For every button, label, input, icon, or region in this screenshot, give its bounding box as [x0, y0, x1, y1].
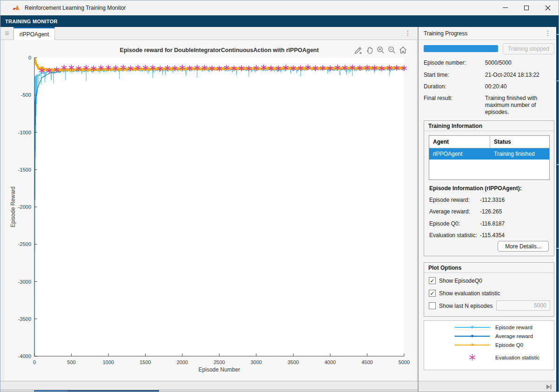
figure-region: 0500100015002000250030003500400045005000…	[0, 40, 418, 381]
svg-text:4500: 4500	[361, 359, 373, 365]
progressbar-fill	[424, 45, 498, 52]
svg-text:-1500: -1500	[18, 167, 31, 173]
zoom-out-icon[interactable]	[387, 46, 396, 54]
app-window: Reinforcement Learning Training Monitor …	[0, 0, 559, 392]
field-start-time: Start time: 21-Oct-2024 18:13:22	[424, 72, 449, 78]
legend-label: Episode reward	[495, 325, 532, 330]
last-n-episodes-input[interactable]: 5000	[496, 300, 550, 311]
legend-item-evaluation-statistic: Evaluation statistic	[455, 353, 539, 361]
checkbox-show-episodeq0[interactable]	[429, 277, 436, 284]
training-information-group: Training Information Agent Status rlPPOA…	[424, 120, 554, 256]
svg-text:500: 500	[67, 359, 75, 365]
figure-canvas: 0500100015002000250030003500400045005000…	[5, 40, 416, 381]
minimize-icon	[503, 7, 508, 8]
row-label: Episode reward:	[429, 197, 470, 203]
legend-label: Episode Q0	[495, 342, 523, 348]
svg-text:-2500: -2500	[18, 241, 31, 247]
more-details-button[interactable]: More Details...	[498, 241, 549, 252]
cell-status: Training finished	[490, 148, 549, 159]
svg-text:2000: 2000	[177, 359, 188, 365]
table-row[interactable]: rlPPOAgent Training finished	[429, 148, 549, 159]
panel-title: Training Progress	[419, 30, 467, 37]
svg-text:3500: 3500	[287, 359, 299, 365]
row-label: Episode Q0:	[429, 220, 460, 227]
panel-header: Training Progress ⋮	[419, 27, 557, 40]
field-value: Training finished with maximum number of…	[485, 95, 556, 116]
field-value: 21-Oct-2024 18:13:22	[485, 72, 556, 79]
pan-icon[interactable]	[365, 46, 374, 54]
ribbon-tab-training-monitor[interactable]: TRAINING MONITOR	[0, 19, 58, 24]
evaluation-statistic-row: Evaluation statistic: -115.4354	[429, 232, 477, 239]
tab-rlppoagent[interactable]: rlPPOAgent	[13, 27, 55, 40]
maximize-button[interactable]	[516, 0, 537, 15]
field-duration: Duration: 00:20:40	[424, 83, 446, 90]
checkbox-show-evaluation-statistic[interactable]	[429, 290, 436, 297]
agent-status-table: Agent Status rlPPOAgent Training finishe…	[429, 135, 550, 180]
checkbox-label: Show EpisodeQ0	[439, 278, 482, 284]
training-progressbar	[424, 45, 498, 52]
svg-text:4000: 4000	[325, 359, 336, 365]
svg-text:-2000: -2000	[18, 204, 31, 210]
horizontal-scrollbar[interactable]	[0, 381, 418, 390]
panel-menu-icon[interactable]: ⋮	[545, 30, 551, 36]
column-status: Status	[490, 136, 549, 148]
svg-text:-1000: -1000	[18, 130, 31, 135]
field-final-result: Final result: Training finished with max…	[424, 95, 453, 101]
row-label: Average reward:	[429, 208, 470, 215]
field-label: Final result:	[424, 95, 453, 101]
document-tabstrip: rlPPOAgent ⋮	[0, 27, 418, 40]
svg-text:Episode reward for DoubleInteg: Episode reward for DoubleIntegratorConti…	[120, 47, 319, 53]
zoom-in-icon[interactable]	[376, 46, 385, 54]
legend-label: Evaluation statistic	[495, 355, 539, 360]
svg-text:-500: -500	[21, 92, 31, 98]
field-value: 5000/5000	[485, 60, 556, 66]
field-value: 00:20:40	[485, 83, 556, 90]
background-window-sliver	[0, 390, 418, 392]
column-agent: Agent	[429, 136, 490, 148]
legend-line-sample	[455, 345, 490, 345]
right-dock-strip[interactable]	[556, 27, 559, 392]
close-button[interactable]	[537, 0, 559, 15]
svg-text:5000: 5000	[399, 359, 410, 365]
episode-info-title: Episode Information (rlPPOAgent):	[429, 185, 522, 192]
training-plot[interactable]: 0500100015002000250030003500400045005000…	[5, 40, 416, 381]
maximize-icon	[524, 6, 529, 10]
training-stopped-button[interactable]: Training stopped	[503, 43, 554, 54]
field-label: Episode number:	[424, 60, 466, 66]
tab-grip-handle[interactable]	[0, 27, 13, 40]
asterisk-marker-icon	[455, 353, 490, 361]
checkbox-show-last-n-episodes[interactable]	[429, 302, 436, 309]
row-value: -116.8187	[480, 220, 550, 227]
episode-q0-row: Episode Q0: -116.8187	[429, 220, 460, 227]
svg-text:-4000: -4000	[18, 353, 31, 359]
group-title: Plot Options	[424, 263, 554, 273]
tab-overflow-menu-icon[interactable]: ⋮	[405, 30, 411, 36]
panel-status-strip	[419, 381, 557, 392]
skip-end-icon[interactable]	[546, 384, 552, 392]
table-header-row: Agent Status	[429, 136, 549, 148]
svg-text:-3000: -3000	[18, 279, 31, 285]
row-label: Evaluation statistic:	[429, 232, 477, 239]
group-title: Training Information	[424, 121, 554, 131]
export-icon[interactable]	[354, 46, 363, 54]
svg-text:-3500: -3500	[18, 316, 31, 322]
legend-item-average-reward: Average reward	[455, 333, 533, 339]
home-icon[interactable]	[399, 46, 407, 54]
training-progress-panel: Training Progress ⋮ Training stopped Epi…	[419, 27, 557, 392]
matlab-logo-icon	[13, 4, 20, 12]
legend-line-sample	[455, 327, 490, 328]
svg-text:0: 0	[28, 55, 31, 60]
legend-item-episode-reward: Episode reward	[455, 325, 532, 330]
svg-text:3000: 3000	[251, 359, 262, 365]
minimize-button[interactable]	[494, 0, 516, 15]
average-reward-row: Average reward: -126.265	[429, 208, 470, 215]
plot-options-group: Plot Options Show EpisodeQ0 Show evaluat…	[424, 262, 554, 317]
window-title: Reinforcement Learning Training Monitor	[25, 5, 126, 11]
legend-line-sample	[455, 336, 490, 337]
close-icon	[545, 5, 551, 11]
legend-label: Average reward	[495, 333, 533, 339]
field-label: Duration:	[424, 83, 446, 90]
plot-legend: Episode reward Average reward Episode Q0…	[424, 320, 554, 370]
titlebar: Reinforcement Learning Training Monitor	[0, 0, 559, 15]
tab-label: rlPPOAgent	[20, 31, 49, 38]
